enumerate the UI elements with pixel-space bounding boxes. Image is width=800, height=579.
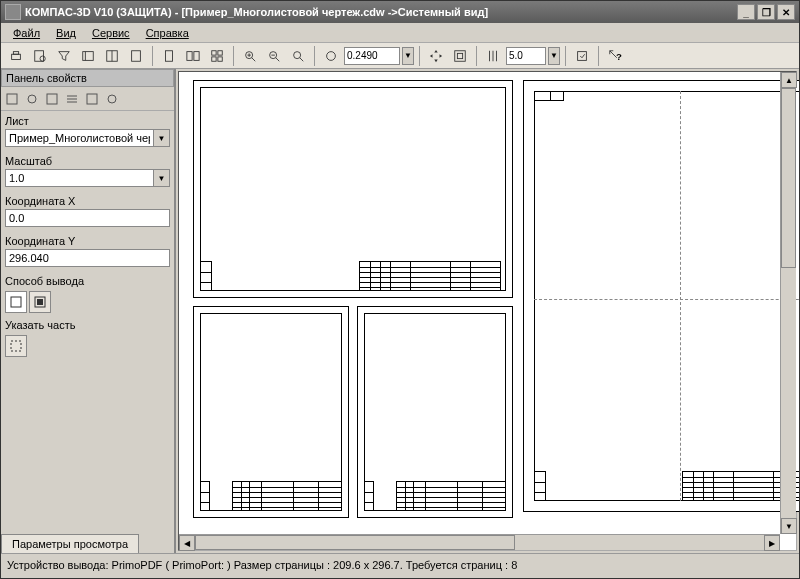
whatsthis-icon[interactable]: ? bbox=[604, 45, 626, 67]
layout-icon[interactable] bbox=[101, 45, 123, 67]
menu-help[interactable]: Справка bbox=[138, 25, 197, 41]
fit-window-icon[interactable] bbox=[449, 45, 471, 67]
svg-line-17 bbox=[252, 57, 256, 61]
titlebar: КОМПАС-3D V10 (ЗАЩИТА) - [Пример_Многоли… bbox=[1, 1, 799, 23]
maximize-button[interactable]: ❐ bbox=[757, 4, 775, 20]
settings-icon[interactable] bbox=[77, 45, 99, 67]
scale-input[interactable] bbox=[5, 169, 154, 187]
svg-rect-35 bbox=[47, 94, 57, 104]
tab-view-params[interactable]: Параметры просмотра bbox=[1, 534, 139, 553]
properties-panel: Панель свойств Лист ▼ Масштаб ▼ Координа… bbox=[1, 69, 176, 553]
window-title: КОМПАС-3D V10 (ЗАЩИТА) - [Пример_Многоли… bbox=[25, 6, 737, 18]
svg-rect-8 bbox=[132, 50, 141, 61]
svg-rect-4 bbox=[83, 51, 94, 60]
panel-title: Панель свойств bbox=[1, 69, 174, 87]
separator bbox=[233, 46, 234, 66]
align-icon[interactable] bbox=[482, 45, 504, 67]
scale-dropdown[interactable]: ▼ bbox=[154, 169, 170, 187]
specify-label: Указать часть bbox=[1, 315, 174, 333]
x-input[interactable] bbox=[5, 209, 170, 227]
svg-point-3 bbox=[40, 56, 45, 61]
filter-icon[interactable] bbox=[53, 45, 75, 67]
separator bbox=[565, 46, 566, 66]
svg-rect-41 bbox=[11, 341, 21, 351]
svg-point-37 bbox=[108, 95, 116, 103]
svg-rect-13 bbox=[218, 50, 222, 54]
svg-rect-15 bbox=[218, 56, 222, 60]
svg-point-25 bbox=[327, 51, 336, 60]
svg-rect-0 bbox=[12, 54, 21, 59]
y-input[interactable] bbox=[5, 249, 170, 267]
svg-rect-12 bbox=[212, 50, 216, 54]
menubar: Файл Вид Сервис Справка bbox=[1, 23, 799, 43]
minimize-button[interactable]: _ bbox=[737, 4, 755, 20]
menu-service[interactable]: Сервис bbox=[84, 25, 138, 41]
preview-icon[interactable] bbox=[29, 45, 51, 67]
svg-point-23 bbox=[294, 51, 301, 58]
output-option-1[interactable] bbox=[5, 291, 27, 313]
svg-rect-9 bbox=[166, 50, 173, 61]
x-label: Координата X bbox=[1, 191, 174, 209]
scroll-thumb[interactable] bbox=[195, 535, 515, 550]
output-label: Способ вывода bbox=[1, 271, 174, 289]
svg-rect-31 bbox=[578, 51, 587, 60]
step-dropdown[interactable]: ▼ bbox=[548, 47, 560, 65]
zoom-out-icon[interactable] bbox=[263, 45, 285, 67]
panel-btn-1[interactable] bbox=[3, 90, 21, 108]
y-label: Координата Y bbox=[1, 231, 174, 249]
output-icon[interactable] bbox=[571, 45, 593, 67]
svg-rect-10 bbox=[187, 51, 192, 60]
svg-line-24 bbox=[300, 57, 304, 61]
separator bbox=[476, 46, 477, 66]
svg-rect-38 bbox=[11, 297, 21, 307]
status-text: Устройство вывода: PrimoPDF ( PrimoPort:… bbox=[7, 559, 517, 571]
four-page-icon[interactable] bbox=[206, 45, 228, 67]
sheet-select[interactable] bbox=[5, 129, 154, 147]
toolbar: ▼ ▼ ? bbox=[1, 43, 799, 69]
panel-btn-6[interactable] bbox=[103, 90, 121, 108]
separator bbox=[152, 46, 153, 66]
move-icon[interactable] bbox=[425, 45, 447, 67]
svg-text:?: ? bbox=[616, 51, 622, 62]
horizontal-scrollbar[interactable]: ◀ ▶ bbox=[179, 534, 780, 550]
drawing-sheet bbox=[193, 306, 349, 518]
separator bbox=[314, 46, 315, 66]
close-button[interactable]: ✕ bbox=[777, 4, 795, 20]
specify-button[interactable] bbox=[5, 335, 27, 357]
scroll-thumb[interactable] bbox=[781, 88, 796, 268]
panel-btn-3[interactable] bbox=[43, 90, 61, 108]
scroll-left-button[interactable]: ◀ bbox=[179, 535, 195, 551]
canvas-area[interactable]: ▲ ▼ ◀ ▶ bbox=[178, 71, 797, 551]
panel-btn-5[interactable] bbox=[83, 90, 101, 108]
panel-btn-2[interactable] bbox=[23, 90, 41, 108]
sheet-dropdown[interactable]: ▼ bbox=[154, 129, 170, 147]
panel-btn-4[interactable] bbox=[63, 90, 81, 108]
output-option-2[interactable] bbox=[29, 291, 51, 313]
svg-rect-27 bbox=[457, 53, 462, 58]
vertical-scrollbar[interactable]: ▲ ▼ bbox=[780, 72, 796, 534]
svg-point-34 bbox=[28, 95, 36, 103]
menu-file[interactable]: Файл bbox=[5, 25, 48, 41]
svg-rect-1 bbox=[13, 51, 18, 54]
scroll-down-button[interactable]: ▼ bbox=[781, 518, 797, 534]
zoom-region-icon[interactable] bbox=[320, 45, 342, 67]
two-page-icon[interactable] bbox=[182, 45, 204, 67]
scroll-up-button[interactable]: ▲ bbox=[781, 72, 797, 88]
zoom-in-icon[interactable] bbox=[239, 45, 261, 67]
svg-line-21 bbox=[276, 57, 280, 61]
step-input[interactable] bbox=[506, 47, 546, 65]
sheet-label: Лист bbox=[1, 111, 174, 129]
print-icon[interactable] bbox=[5, 45, 27, 67]
drawing-sheet bbox=[357, 306, 513, 518]
zoom-dropdown[interactable]: ▼ bbox=[402, 47, 414, 65]
separator bbox=[419, 46, 420, 66]
svg-rect-36 bbox=[87, 94, 97, 104]
zoom-input[interactable] bbox=[344, 47, 400, 65]
single-page-icon[interactable] bbox=[158, 45, 180, 67]
menu-view[interactable]: Вид bbox=[48, 25, 84, 41]
svg-rect-26 bbox=[455, 50, 466, 61]
zoom-fit-icon[interactable] bbox=[287, 45, 309, 67]
scale-label: Масштаб bbox=[1, 151, 174, 169]
scroll-right-button[interactable]: ▶ bbox=[764, 535, 780, 551]
page-setup-icon[interactable] bbox=[125, 45, 147, 67]
